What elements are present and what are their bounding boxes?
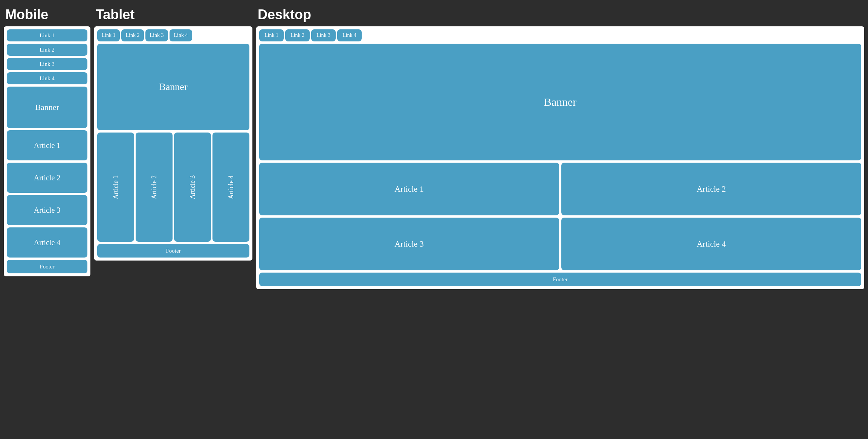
desktop-articles-row-top: Article 1 Article 2	[259, 163, 861, 215]
mobile-title: Mobile	[4, 4, 90, 26]
mobile-nav-link-3[interactable]: Link 3	[7, 58, 87, 70]
tablet-article-2: Article 2	[136, 133, 173, 242]
mobile-article-2: Article 2	[7, 163, 87, 193]
mobile-article-3: Article 3	[7, 195, 87, 225]
tablet-banner: Banner	[97, 44, 249, 130]
tablet-content: Link 1 Link 2 Link 3 Link 4 Banner Artic…	[94, 26, 252, 261]
desktop-nav-link-3[interactable]: Link 3	[311, 29, 336, 41]
mobile-article-1: Article 1	[7, 130, 87, 160]
tablet-article-4: Article 4	[212, 133, 249, 242]
mobile-nav-link-2[interactable]: Link 2	[7, 44, 87, 56]
tablet-article-3: Article 3	[174, 133, 211, 242]
tablet-title: Tablet	[94, 4, 252, 26]
mobile-nav-link-4[interactable]: Link 4	[7, 72, 87, 84]
tablet-section: Tablet Link 1 Link 2 Link 3 Link 4 Banne…	[94, 4, 252, 261]
tablet-nav-link-1[interactable]: Link 1	[97, 29, 120, 41]
tablet-nav-row: Link 1 Link 2 Link 3 Link 4	[97, 29, 249, 41]
tablet-nav-link-2[interactable]: Link 2	[121, 29, 144, 41]
desktop-nav-link-4[interactable]: Link 4	[337, 29, 362, 41]
mobile-content: Link 1 Link 2 Link 3 Link 4 Banner Artic…	[4, 26, 90, 276]
desktop-footer: Footer	[259, 273, 861, 286]
desktop-article-2: Article 2	[561, 163, 861, 215]
desktop-section: Desktop Link 1 Link 2 Link 3 Link 4 Bann…	[256, 4, 864, 289]
desktop-nav-link-2[interactable]: Link 2	[285, 29, 310, 41]
mobile-nav-link-1[interactable]: Link 1	[7, 29, 87, 41]
desktop-article-1: Article 1	[259, 163, 559, 215]
desktop-content: Link 1 Link 2 Link 3 Link 4 Banner Artic…	[256, 26, 864, 289]
desktop-banner: Banner	[259, 44, 861, 160]
mobile-article-4: Article 4	[7, 227, 87, 258]
tablet-articles-row: Article 1 Article 2 Article 3 Article 4	[97, 133, 249, 242]
tablet-footer: Footer	[97, 244, 249, 258]
mobile-section: Mobile Link 1 Link 2 Link 3 Link 4 Banne…	[4, 4, 90, 276]
desktop-nav-row: Link 1 Link 2 Link 3 Link 4	[259, 29, 861, 41]
mobile-footer: Footer	[7, 260, 87, 273]
tablet-nav-link-3[interactable]: Link 3	[145, 29, 168, 41]
desktop-articles-row-bottom: Article 3 Article 4	[259, 218, 861, 270]
desktop-title: Desktop	[256, 4, 864, 26]
desktop-article-4: Article 4	[561, 218, 861, 270]
tablet-nav-link-4[interactable]: Link 4	[170, 29, 192, 41]
mobile-banner: Banner	[7, 87, 87, 128]
tablet-article-1: Article 1	[97, 133, 134, 242]
desktop-article-3: Article 3	[259, 218, 559, 270]
desktop-nav-link-1[interactable]: Link 1	[259, 29, 284, 41]
